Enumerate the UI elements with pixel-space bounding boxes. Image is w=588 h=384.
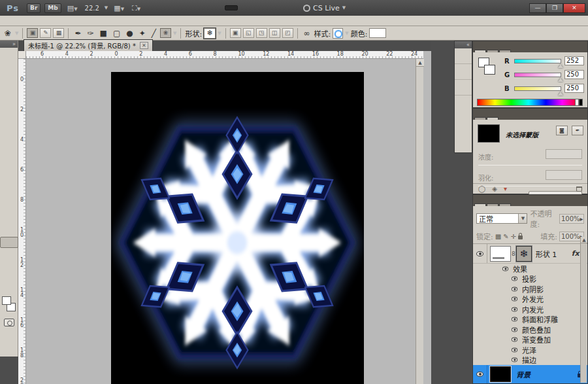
freeform-pen-tool-icon[interactable]: ✑ [86, 28, 96, 39]
rectangle-tool-icon[interactable]: ■ [98, 28, 109, 39]
effects-header-row[interactable]: 效果 [473, 264, 587, 274]
add-vector-mask-button[interactable]: ✒ [572, 126, 583, 135]
3d-orbit-tool[interactable] [0, 259, 18, 270]
effect-visibility-icon[interactable] [512, 277, 517, 281]
layer-effect-row[interactable]: 颜色叠加 [473, 324, 587, 335]
slider-thumb-icon[interactable] [558, 64, 563, 68]
lock-position-icon[interactable]: ✛ [511, 233, 516, 240]
tab-masks[interactable] [487, 117, 498, 120]
mask-from-selection-icon[interactable]: ◯ [478, 185, 485, 192]
lasso-tool[interactable] [0, 70, 18, 81]
effect-visibility-icon[interactable] [512, 317, 517, 322]
delete-mask-icon[interactable] [576, 186, 582, 192]
lock-all-icon[interactable] [518, 236, 523, 239]
opacity-field[interactable]: 100% ▸ [559, 214, 584, 224]
clone-source-panel-icon[interactable] [455, 48, 472, 64]
polygon-tool-icon[interactable]: ✦ [137, 28, 148, 39]
layer-effect-row[interactable]: 渐变叠加 [473, 335, 587, 345]
disable-mask-icon[interactable]: ▾ [504, 185, 507, 192]
paths-mode-button[interactable]: ✎ [40, 28, 51, 38]
canvas-image[interactable] [111, 72, 364, 384]
tab-adjustments[interactable] [474, 117, 486, 120]
brush-tool[interactable] [0, 126, 18, 137]
effect-visibility-icon[interactable] [512, 297, 517, 302]
arrange-documents-icon[interactable]: ▦▼ [112, 3, 126, 13]
effect-visibility-icon[interactable] [512, 327, 517, 332]
panel-background-swatch[interactable] [484, 65, 495, 75]
background-visibility-icon[interactable] [476, 372, 483, 377]
layer-fx-badge[interactable]: fx [572, 249, 580, 258]
shape-vector-mask-thumbnail[interactable]: ❄ [516, 246, 532, 262]
add-shape-button[interactable]: ▣ [230, 28, 241, 38]
screen-mode-icon[interactable]: ⛶▼ [130, 3, 142, 13]
ellipse-tool-icon[interactable]: ● [124, 28, 135, 39]
mini-bridge-button[interactable]: Mb [44, 3, 61, 13]
lock-transparency-icon[interactable]: ▩ [495, 233, 501, 240]
menu-layer[interactable] [38, 20, 50, 22]
mask-view-icon[interactable]: ◈ [492, 185, 497, 192]
effect-visibility-icon[interactable] [512, 287, 517, 291]
layer-effect-row[interactable]: 投影 [473, 274, 587, 285]
zoom-level-field[interactable]: 22.2 [84, 5, 101, 12]
vertical-ruler[interactable]: 024681012141618202224 [18, 59, 26, 384]
tool-preset-icon[interactable]: ❀ [3, 28, 13, 39]
horizontal-ruler[interactable]: 64202468101214161820222426 [26, 51, 423, 59]
menu-image[interactable] [26, 20, 38, 22]
exclude-shape-button[interactable]: ◫ [269, 28, 280, 38]
layers-scroll-up-icon[interactable]: ▲ [581, 237, 587, 243]
foreground-color-swatch[interactable] [2, 296, 11, 305]
background-layer-name[interactable]: 背景 [516, 369, 531, 379]
gradient-tool[interactable] [0, 170, 18, 181]
eraser-tool[interactable] [0, 159, 18, 170]
menu-3d[interactable] [85, 20, 97, 22]
intersect-shape-button[interactable]: ◳ [256, 28, 267, 38]
rounded-rectangle-tool-icon[interactable]: ▢ [111, 28, 122, 39]
close-button[interactable]: ✕ [563, 3, 585, 13]
zoom-tool[interactable] [0, 281, 18, 292]
3d-rotate-tool[interactable] [0, 248, 18, 259]
bridge-button[interactable]: Br [27, 3, 41, 13]
channel-value-field[interactable]: 250 [564, 70, 584, 79]
menu-help[interactable] [120, 20, 132, 22]
effect-visibility-icon[interactable] [512, 347, 517, 352]
character-panel-icon[interactable] [455, 64, 472, 80]
background-layer-row[interactable]: 背景 [473, 365, 587, 383]
document-tab[interactable]: 未标题-1 @ 22.2% (背景, RGB/8) * ✕ [24, 39, 153, 51]
shape-layers-mode-button[interactable]: ▣ [27, 28, 38, 38]
menu-view[interactable] [97, 20, 108, 22]
path-selection-tool[interactable] [0, 226, 18, 237]
layer-effect-row[interactable]: 光泽 [473, 345, 587, 355]
layer-effect-row[interactable]: 描边 [473, 355, 587, 366]
tab-close-icon[interactable]: ✕ [140, 42, 148, 49]
shape-layer-row[interactable]: 8 ❄ 形状 1 fx ▲ [473, 244, 587, 264]
menu-file[interactable] [3, 20, 14, 22]
collapse-tools-icon[interactable]: » [0, 41, 18, 48]
clone-stamp-tool[interactable] [0, 137, 18, 148]
workspace-essentials[interactable] [225, 5, 238, 10]
add-pixel-mask-button[interactable]: ◙ [556, 126, 568, 135]
vertical-scrollbar[interactable]: ▲ [416, 59, 423, 384]
pen-tool-icon[interactable]: ✒ [73, 28, 83, 39]
expand-dock-icon[interactable]: « [455, 41, 472, 48]
effect-visibility-icon[interactable] [512, 307, 517, 311]
effect-visibility-icon[interactable] [512, 358, 517, 362]
crop-tool[interactable] [0, 92, 18, 103]
layer-effect-row[interactable]: 内阴影 [473, 284, 587, 294]
workspace-design[interactable] [239, 6, 251, 10]
shape-layer-name[interactable]: 形状 1 [536, 249, 557, 259]
workspace-photography[interactable] [265, 6, 277, 10]
lock-pixels-icon[interactable]: ✎ [503, 233, 508, 240]
channel-slider[interactable] [514, 73, 561, 77]
scroll-up-icon[interactable]: ▲ [416, 59, 424, 67]
quick-selection-tool[interactable] [0, 81, 18, 92]
menu-filter[interactable] [61, 20, 73, 22]
combine-button[interactable]: ◰ [282, 28, 293, 38]
restore-button[interactable]: ❐ [546, 3, 563, 13]
shape-picker[interactable]: ❄ [204, 28, 216, 39]
menu-edit[interactable] [14, 20, 26, 22]
minimize-button[interactable]: — [529, 3, 546, 13]
type-tool[interactable] [0, 215, 18, 226]
line-tool-icon[interactable]: ╱ [150, 28, 158, 39]
slider-thumb-icon[interactable] [558, 78, 563, 82]
cs-live-button[interactable]: CS Live ▼ [303, 4, 346, 12]
